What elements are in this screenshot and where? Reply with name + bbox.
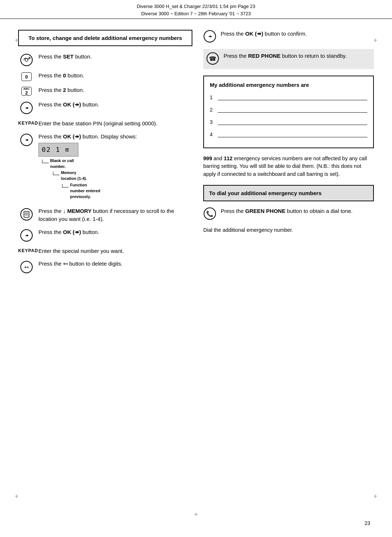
corner-mark-bottom: + (194, 510, 198, 519)
green-phone-row: 📞 Press the GREEN PHONE button to obtain… (203, 207, 374, 221)
step-2-row: ABC 2 Press the 2 button. (18, 86, 192, 96)
numbers-box-title: My additional emergency numbers are (210, 81, 367, 89)
number-underline-3 (218, 118, 367, 125)
step-keypad2-row: KEYPAD Enter the special number you want… (18, 247, 192, 255)
number-line-2: 2 (210, 105, 367, 113)
diagram-label-memory: Memorylocation (1-4). (53, 170, 192, 182)
number-underline-4 (218, 130, 367, 137)
zero-button-icon: 0 (21, 72, 32, 81)
svg-text:📞: 📞 (206, 210, 213, 217)
display-text: 02 1 ≡ (42, 145, 70, 154)
step-0-text: Press the 0 button. (38, 72, 192, 80)
step-ok2-row: ↠ Press the OK (↠) button. Display shows… (18, 133, 192, 202)
memory-icon (18, 207, 35, 221)
page-header: Diverse 3000 H_set & Charger 22/3/01 1:5… (0, 0, 392, 19)
svg-point-1 (25, 58, 28, 61)
red-phone-row: ☎ Press the RED PHONE button to return t… (203, 49, 374, 69)
red-phone-icon: ☎ (206, 52, 219, 66)
corner-mark-right-bottom: + (373, 492, 377, 501)
ok-confirm-text: Press the OK (↠) button to confirm. (221, 30, 374, 38)
svg-text:↠: ↠ (208, 34, 212, 39)
delete-button-icon: ↤ (20, 261, 33, 274)
step-keypad2-text: Enter the special number you want. (38, 247, 192, 255)
svg-text:↠: ↠ (25, 106, 29, 110)
svg-text:☎: ☎ (209, 56, 216, 62)
step-ok1-text: Press the OK (↠) button. (38, 101, 192, 109)
step-memory-row: Press the ↓ MEMORY button if necessary t… (18, 207, 192, 223)
keypad1-label: KEYPAD (18, 120, 35, 126)
numbers-box: My additional emergency numbers are 1 2 … (203, 76, 374, 148)
step-delete-row: ↤ Press the ↤ button to delete digits. (18, 260, 192, 274)
svg-text:↤: ↤ (24, 264, 29, 270)
display-diagram: 02 1 ≡ Blank or callnumber. Memorylocati… (38, 143, 192, 200)
red-phone-text: Press the RED PHONE button to return to … (224, 52, 371, 60)
step-memory-text: Press the ↓ MEMORY button if necessary t… (38, 207, 192, 223)
set-icon (18, 53, 35, 66)
step-ok2-text: Press the OK (↠) button. Display shows: … (38, 133, 192, 202)
ok2-icon: ↠ (18, 133, 35, 146)
ok-confirm-button-icon: ↠ (203, 30, 216, 43)
step-set-row: Press the SET button. (18, 53, 192, 66)
number-underline-1 (218, 93, 367, 100)
ok-confirm-icon: ↠ (203, 30, 216, 44)
left-title-text: To store, change and delete additional e… (28, 35, 182, 41)
ok-confirm-row: ↠ Press the OK (↠) button to confirm. (203, 30, 374, 44)
page-number: 23 (364, 520, 370, 526)
number-line-4: 4 (210, 130, 367, 137)
header-line1: Diverse 3000 H_set & Charger 22/3/01 1:5… (7, 3, 385, 10)
right-column: ↠ Press the OK (↠) button to confirm. ☎ … (203, 30, 374, 279)
dial-title-box: To dial your additional emergency number… (203, 185, 374, 201)
diagram-label-function: Functionnumber enteredpreviously. (62, 182, 192, 200)
diagram-labels: Blank or callnumber. Memorylocation (1-4… (38, 158, 192, 200)
set-button-icon (20, 53, 33, 66)
svg-point-0 (21, 54, 32, 66)
header-line2: Diverse 3000 ~ Edition 7 ~ 28th February… (7, 10, 385, 17)
number-underline-2 (218, 105, 367, 113)
step-ok3-text: Press the OK (↠) button. (38, 228, 192, 236)
step-2-text: Press the 2 button. (38, 86, 192, 94)
svg-rect-7 (24, 211, 29, 217)
svg-text:↠: ↠ (25, 138, 29, 142)
svg-text:↠: ↠ (25, 233, 29, 238)
corner-mark-left-bottom: + (15, 492, 19, 501)
two-icon: ABC 2 (18, 86, 35, 96)
ok3-button-icon: ↠ (20, 229, 33, 242)
diagram-label-function-text: Functionnumber enteredpreviously. (70, 182, 100, 200)
corner-mark-right-top: + (373, 36, 377, 45)
dial-extra-text: Dial the additional emergency number. (203, 226, 374, 234)
step-ok1-row: ↠ Press the OK (↠) button. (18, 101, 192, 114)
diagram-label-blank: Blank or callnumber. (42, 158, 192, 170)
diagram-label-memory-text: Memorylocation (1-4). (61, 170, 87, 182)
dial-title-text: To dial your additional emergency number… (209, 190, 322, 196)
number-line-1: 1 (210, 93, 367, 100)
main-content: To store, change and delete additional e… (0, 19, 392, 286)
diagram-label-blank-text: Blank or callnumber. (50, 158, 74, 170)
display-screen: 02 1 ≡ (38, 143, 78, 157)
green-phone-icon: 📞 (203, 207, 216, 221)
corner-mark-left-top: + (15, 36, 19, 45)
ok2-button-icon: ↠ (20, 133, 33, 146)
keypad2-label: KEYPAD (18, 247, 35, 253)
memory-button-icon (20, 208, 33, 221)
step-delete-text: Press the ↤ button to delete digits. (38, 260, 192, 268)
left-title-box: To store, change and delete additional e… (18, 30, 192, 46)
ok1-button-icon: ↠ (20, 101, 33, 114)
ok1-icon: ↠ (18, 101, 35, 114)
info-paragraph: 999 and 112 emergency services numbers a… (203, 155, 374, 178)
number-label-4: 4 (210, 132, 215, 137)
two-button-icon: ABC 2 (21, 87, 32, 96)
zero-icon: 0 (18, 72, 35, 81)
number-label-3: 3 (210, 119, 215, 125)
step-set-text: Press the SET button. (38, 53, 192, 61)
number-line-3: 3 (210, 118, 367, 125)
left-column: To store, change and delete additional e… (18, 30, 192, 279)
red-phone-button-icon: ☎ (206, 52, 219, 65)
number-label-1: 1 (210, 94, 215, 100)
svg-point-6 (21, 209, 32, 220)
step-0-row: 0 Press the 0 button. (18, 72, 192, 81)
delete-icon: ↤ (18, 260, 35, 274)
green-phone-text: Press the GREEN PHONE button to obtain a… (221, 207, 374, 215)
ok3-icon: ↠ (18, 228, 35, 242)
number-label-2: 2 (210, 107, 215, 113)
step-keypad1-text: Enter the base station PIN (original set… (38, 120, 192, 128)
